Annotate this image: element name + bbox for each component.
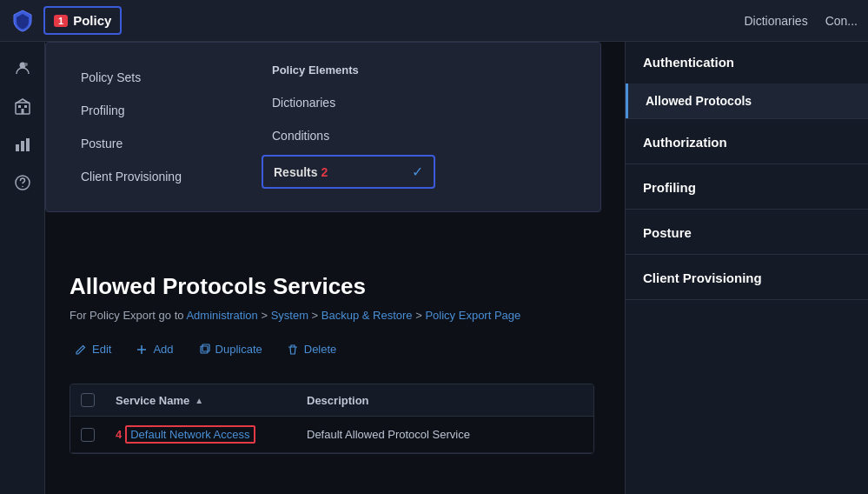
svg-point-1 xyxy=(24,63,28,66)
breadcrumb-prefix: For Policy Export go to xyxy=(70,309,184,322)
breadcrumb-system[interactable]: System xyxy=(271,309,308,322)
dropdown-right-section: Policy Elements Dictionaries Conditions … xyxy=(262,63,435,190)
shield-icon xyxy=(10,9,35,33)
row-checkbox[interactable] xyxy=(81,428,95,442)
header-checkbox[interactable] xyxy=(81,393,95,407)
svg-rect-4 xyxy=(24,105,27,108)
svg-rect-3 xyxy=(18,105,21,108)
dropdown-client-provisioning[interactable]: Client Provisioning xyxy=(70,163,209,190)
client-provisioning-title[interactable]: Client Provisioning xyxy=(626,255,868,299)
policy-nav-button[interactable]: 1 Policy xyxy=(43,6,122,35)
right-section-posture: Posture xyxy=(626,210,868,255)
policy-label: Policy xyxy=(73,13,111,28)
duplicate-icon xyxy=(198,344,210,356)
right-panel: Dictionaries Con... Authentication Allow… xyxy=(625,0,868,494)
svg-point-10 xyxy=(22,186,23,188)
question-icon[interactable] xyxy=(7,167,38,198)
right-section-profiling: Profiling xyxy=(626,164,868,210)
add-button[interactable]: Add xyxy=(130,339,178,359)
svg-rect-11 xyxy=(201,346,208,353)
authorization-title[interactable]: Authorization xyxy=(626,119,868,164)
breadcrumb-admin[interactable]: Administration xyxy=(186,309,257,322)
dropdown-results[interactable]: Results2 ✓ xyxy=(262,155,435,189)
breadcrumb-backup[interactable]: Backup & Restore xyxy=(321,309,413,322)
dropdown-left-section: Policy Sets Profiling Posture Client Pro… xyxy=(70,63,209,190)
breadcrumb-export[interactable]: Policy Export Page xyxy=(425,309,520,322)
results-label: Results xyxy=(274,165,318,179)
right-section-authentication: Authentication Allowed Protocols xyxy=(626,39,868,119)
dropdown-policy-sets[interactable]: Policy Sets xyxy=(70,63,209,91)
table-container: Service Name ▲ Description 4 Default Net… xyxy=(70,384,594,454)
svg-rect-12 xyxy=(202,344,209,351)
nav-right-items: Dictionaries Con... xyxy=(745,14,858,28)
sort-icon: ▲ xyxy=(195,396,203,405)
table-row: 4 Default Network Access Default Allowed… xyxy=(70,417,593,453)
top-nav: 1 Policy Dictionaries Con... xyxy=(0,0,868,42)
right-section-authorization: Authorization xyxy=(626,119,868,164)
edit-icon xyxy=(75,344,87,356)
chart-icon[interactable] xyxy=(7,129,38,160)
profiling-title[interactable]: Profiling xyxy=(626,164,868,209)
row-badge: 4 xyxy=(116,428,122,441)
posture-title[interactable]: Posture xyxy=(626,210,868,254)
results-badge: 2 xyxy=(321,165,328,179)
add-icon xyxy=(136,344,148,356)
th-checkbox xyxy=(70,393,105,407)
nav-logo xyxy=(10,9,40,33)
dropdown-profiling[interactable]: Profiling xyxy=(70,97,209,124)
sidebar xyxy=(0,42,45,494)
th-service-name: Service Name ▲ xyxy=(105,393,296,407)
page-title: Allowed Protocols Services xyxy=(70,273,594,300)
nav-dictionaries[interactable]: Dictionaries xyxy=(745,14,808,28)
nav-con[interactable]: Con... xyxy=(825,14,858,28)
policy-dropdown-menu: Policy Sets Profiling Posture Client Pro… xyxy=(45,42,601,212)
svg-rect-6 xyxy=(16,144,19,151)
main-content: Allowed Protocols Services For Policy Ex… xyxy=(45,252,619,494)
delete-button[interactable]: Delete xyxy=(282,339,342,359)
svg-rect-8 xyxy=(26,138,30,151)
dropdown-dictionaries[interactable]: Dictionaries xyxy=(262,89,435,117)
building-icon[interactable] xyxy=(7,90,38,122)
allowed-protocols-text: Allowed Protocols xyxy=(646,94,752,108)
dropdown-conditions[interactable]: Conditions xyxy=(262,122,435,150)
td-description: Default Allowed Protocol Service xyxy=(296,417,593,452)
toolbar: Edit Add Duplicate Delete xyxy=(70,339,594,370)
check-icon: ✓ xyxy=(412,164,423,180)
allowed-protocols-item[interactable]: Allowed Protocols xyxy=(626,83,868,118)
td-service-name: 4 Default Network Access xyxy=(105,417,296,452)
td-checkbox xyxy=(70,417,105,452)
svg-rect-5 xyxy=(21,109,23,114)
duplicate-button[interactable]: Duplicate xyxy=(193,339,268,359)
edit-button[interactable]: Edit xyxy=(70,339,116,359)
th-description: Description xyxy=(296,393,593,407)
service-name-link[interactable]: Default Network Access xyxy=(125,425,255,444)
right-section-client-provisioning: Client Provisioning xyxy=(626,255,868,300)
user-icon[interactable] xyxy=(7,52,38,83)
svg-rect-7 xyxy=(21,141,24,151)
policy-elements-title: Policy Elements xyxy=(262,63,435,83)
policy-badge: 1 xyxy=(54,15,68,27)
authentication-title[interactable]: Authentication xyxy=(626,39,868,83)
delete-icon xyxy=(287,344,299,356)
table-header: Service Name ▲ Description xyxy=(70,384,593,417)
breadcrumb: For Policy Export go to Administration >… xyxy=(70,309,594,322)
dropdown-posture[interactable]: Posture xyxy=(70,130,209,157)
